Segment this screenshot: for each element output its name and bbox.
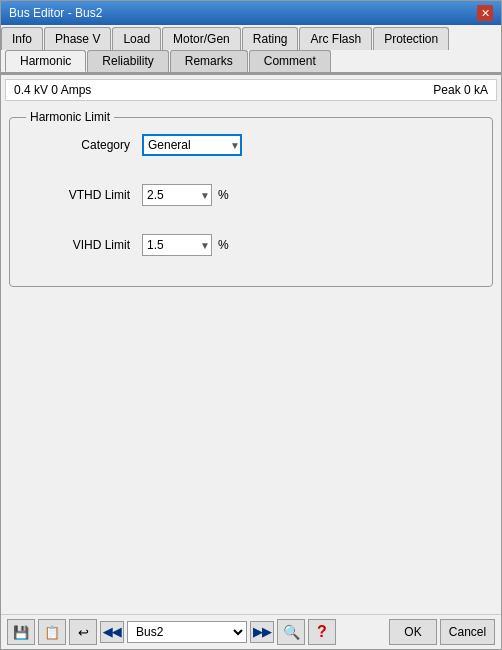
- save-as-icon: 📋: [44, 625, 60, 640]
- tab-load[interactable]: Load: [112, 27, 161, 50]
- ok-button[interactable]: OK: [389, 619, 437, 645]
- tab-motor-gen[interactable]: Motor/Gen: [162, 27, 241, 50]
- tab2-remarks[interactable]: Remarks: [170, 50, 248, 72]
- vthd-label: VTHD Limit: [30, 188, 130, 202]
- undo-button[interactable]: ↩: [69, 619, 97, 645]
- vihd-unit: %: [218, 238, 229, 252]
- vthd-unit: %: [218, 188, 229, 202]
- category-select[interactable]: GeneralSpecial ApplicationDedicated Syst…: [142, 134, 242, 156]
- vthd-select-wrapper: 2.53.05.08.0 ▼: [142, 184, 212, 206]
- status-bar: 0.4 kV 0 Amps Peak 0 kA: [5, 79, 497, 101]
- tab-rows-container: InfoPhase VLoadMotor/GenRatingArc FlashP…: [1, 25, 501, 75]
- search-button[interactable]: 🔍: [277, 619, 305, 645]
- prev-button[interactable]: ◀◀: [100, 621, 124, 643]
- cancel-button[interactable]: Cancel: [440, 619, 495, 645]
- vihd-label: VIHD Limit: [30, 238, 130, 252]
- undo-icon: ↩: [78, 625, 89, 640]
- title-bar: Bus Editor - Bus2 ✕: [1, 1, 501, 25]
- window-title: Bus Editor - Bus2: [9, 6, 102, 20]
- group-label: Harmonic Limit: [26, 110, 114, 124]
- tab-row-2: HarmonicReliabilityRemarksComment: [1, 50, 501, 73]
- bus-select[interactable]: Bus2: [127, 621, 247, 643]
- status-right: Peak 0 kA: [433, 83, 488, 97]
- vthd-row: VTHD Limit 2.53.05.08.0 ▼ %: [30, 184, 472, 206]
- main-content: Harmonic Limit Category GeneralSpecial A…: [1, 103, 501, 614]
- tab-arc-flash[interactable]: Arc Flash: [299, 27, 372, 50]
- category-label: Category: [30, 138, 130, 152]
- tab-phase-v[interactable]: Phase V: [44, 27, 111, 50]
- vihd-select-wrapper: 1.52.03.05.0 ▼: [142, 234, 212, 256]
- save-icon: 💾: [13, 625, 29, 640]
- tab2-comment[interactable]: Comment: [249, 50, 331, 72]
- close-button[interactable]: ✕: [477, 5, 493, 21]
- save-button[interactable]: 💾: [7, 619, 35, 645]
- tab-protection[interactable]: Protection: [373, 27, 449, 50]
- next-icon: ▶▶: [253, 625, 271, 639]
- harmonic-limit-group: Harmonic Limit Category GeneralSpecial A…: [9, 117, 493, 287]
- help-icon: ?: [317, 623, 327, 641]
- category-row: Category GeneralSpecial ApplicationDedic…: [30, 134, 472, 156]
- category-select-wrapper: GeneralSpecial ApplicationDedicated Syst…: [142, 134, 242, 156]
- save-as-button[interactable]: 📋: [38, 619, 66, 645]
- help-button[interactable]: ?: [308, 619, 336, 645]
- vthd-select[interactable]: 2.53.05.08.0: [142, 184, 212, 206]
- status-left: 0.4 kV 0 Amps: [14, 83, 91, 97]
- footer: 💾 📋 ↩ ◀◀ Bus2 ▶▶ 🔍 ? OK Cancel: [1, 614, 501, 649]
- bus-select-container: Bus2: [127, 621, 247, 643]
- prev-icon: ◀◀: [103, 625, 121, 639]
- vihd-select[interactable]: 1.52.03.05.0: [142, 234, 212, 256]
- tab2-harmonic[interactable]: Harmonic: [5, 50, 86, 72]
- tab-row-1: InfoPhase VLoadMotor/GenRatingArc FlashP…: [1, 25, 501, 50]
- vihd-row: VIHD Limit 1.52.03.05.0 ▼ %: [30, 234, 472, 256]
- tab-info[interactable]: Info: [1, 27, 43, 50]
- tab2-reliability[interactable]: Reliability: [87, 50, 168, 72]
- tab-rating[interactable]: Rating: [242, 27, 299, 50]
- next-button[interactable]: ▶▶: [250, 621, 274, 643]
- search-icon: 🔍: [283, 624, 300, 640]
- bus-editor-window: Bus Editor - Bus2 ✕ InfoPhase VLoadMotor…: [0, 0, 502, 650]
